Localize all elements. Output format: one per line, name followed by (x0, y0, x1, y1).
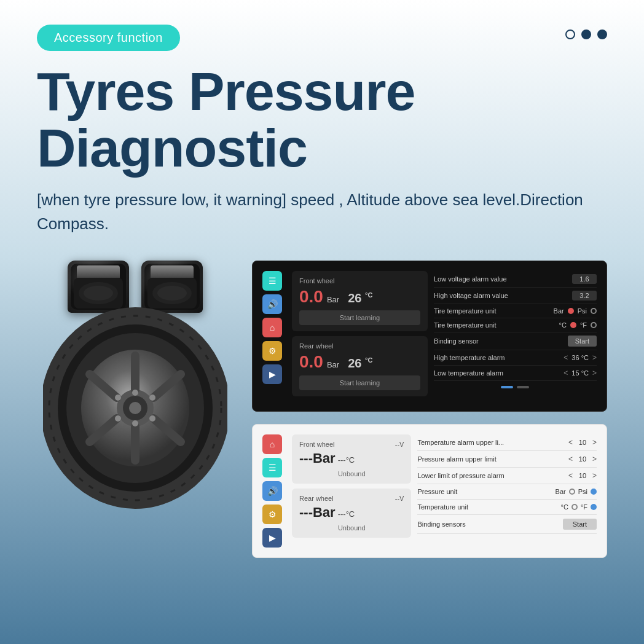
dark-rear-pressure: 0.0 (299, 352, 323, 372)
pagination-dot-1[interactable] (565, 29, 575, 39)
light-icon-gear[interactable]: ⚙ (262, 505, 282, 524)
screen-panels: ☰ 🔊 ⌂ ⚙ ▶ Front wheel 0.0 Bar (252, 261, 607, 558)
light-front-wheel: Front wheel --V ---Bar ---°C Unbound (292, 434, 411, 484)
dark-settings-panel: Low voltage alarm value 1.6 High voltage… (434, 271, 597, 401)
light-icon-volume[interactable]: 🔊 (262, 481, 282, 501)
light-temp-alarm-left[interactable]: < (568, 438, 573, 447)
light-pressure-alarm-left[interactable]: < (568, 455, 573, 463)
light-rear-label: Rear wheel --V (299, 495, 404, 502)
light-front-label: Front wheel --V (299, 441, 404, 448)
svg-rect-6 (152, 265, 192, 277)
dark-high-temp-nav: < 36 °C > (564, 353, 597, 362)
sensor-cap-2 (141, 261, 203, 313)
light-temp-alarm-nav: < 10 > (568, 438, 597, 447)
icon-menu[interactable]: ☰ (262, 271, 282, 291)
dark-bar-radio[interactable] (568, 308, 574, 314)
svg-point-17 (129, 402, 141, 414)
dark-low-temp-right-arrow[interactable]: > (592, 369, 597, 377)
dark-front-temp: 26 °C (348, 291, 372, 305)
dark-setting-row-2: Tire temperature unit Bar Psi (434, 304, 597, 318)
dark-celsius-radio[interactable] (570, 322, 576, 328)
icon-home[interactable]: ⌂ (262, 318, 282, 337)
light-rear-pressure: ---Bar (299, 505, 336, 520)
light-setting-row-4: Temperature unit °C °F (417, 500, 597, 515)
dark-rear-pressure-unit: Bar (327, 360, 339, 369)
dark-rear-wheel: Rear wheel 0.0 Bar 26 °C Start learning (292, 336, 428, 396)
sensor-caps (68, 261, 203, 313)
dark-front-temp-unit: °C (365, 291, 372, 299)
light-celsius-radio[interactable] (571, 504, 578, 510)
dark-high-temp-right-arrow[interactable]: > (592, 353, 597, 362)
dark-low-temp-left-arrow[interactable]: < (564, 369, 568, 377)
light-setting-row-1: Pressure alarm upper limit < 10 > (417, 451, 597, 468)
dark-setting-row-0: Low voltage alarm value 1.6 (434, 271, 597, 288)
light-pressure-alarm-right[interactable]: > (592, 455, 597, 463)
dark-rear-temp: 26 °C (348, 356, 372, 371)
light-wheel-panel: Front wheel --V ---Bar ---°C Unbound Rea… (292, 434, 411, 548)
dark-setting-row-3: Tire temperature unit °C °F (434, 318, 597, 332)
icon-volume[interactable]: 🔊 (262, 294, 282, 314)
dark-rear-start-btn[interactable]: Start learning (299, 375, 420, 390)
light-psi-radio[interactable] (591, 489, 597, 495)
dark-screen-pagination (434, 386, 597, 388)
pagination-dot-3[interactable] (597, 29, 607, 39)
dark-psi-radio[interactable] (591, 308, 597, 314)
dark-front-label: Front wheel (299, 277, 420, 285)
light-pressure-unit-radio: Bar Psi (556, 488, 597, 495)
dark-page-dot-1[interactable] (501, 386, 513, 388)
dark-front-pressure-unit: Bar (327, 295, 339, 304)
pagination (565, 29, 607, 39)
svg-rect-1 (79, 265, 118, 277)
light-rear-wheel: Rear wheel --V ---Bar ---°C Unbound (292, 489, 411, 538)
icon-camera[interactable]: ▶ (262, 364, 282, 384)
dark-low-temp-nav: < 15 °C > (564, 369, 597, 377)
light-settings-panel: Temperature alarm upper li... < 10 > Pre… (417, 434, 597, 548)
svg-point-4 (84, 286, 113, 300)
dark-tire-temp-radio: Bar Psi (554, 307, 597, 315)
light-setting-row-2: Lower limit of pressure alarm < 10 > (417, 468, 597, 484)
light-binding-btn[interactable]: Start (563, 519, 597, 530)
dark-setting-row-4: Binding sensor Start (434, 332, 597, 350)
light-temp-unit-radio: °C °F (561, 503, 597, 511)
dark-front-pressure: 0.0 (299, 287, 323, 307)
header: Accessory function (0, 0, 644, 51)
svg-point-29 (149, 415, 155, 422)
svg-point-24 (132, 390, 138, 396)
svg-point-9 (157, 286, 187, 300)
page-subtitle: [when tyre pressure low, it warning] spe… (0, 188, 644, 236)
dark-setting-row-6: Low temperature alarm < 15 °C > (434, 366, 597, 381)
light-front-temp: ---°C (338, 455, 355, 465)
svg-point-26 (115, 395, 121, 401)
light-icon-home[interactable]: ⌂ (262, 434, 282, 454)
dark-rear-temp-unit: °C (365, 356, 372, 364)
dark-front-start-btn[interactable]: Start learning (299, 310, 420, 325)
dark-screen: ☰ 🔊 ⌂ ⚙ ▶ Front wheel 0.0 Bar (252, 261, 607, 412)
dark-wheel-panel: Front wheel 0.0 Bar 26 °C Start learning (292, 271, 428, 401)
dark-fahrenheit-radio[interactable] (591, 322, 597, 328)
page-title: Tyres Pressure Diagnostic (0, 63, 644, 177)
light-sidebar-icons: ⌂ ☰ 🔊 ⚙ ▶ (262, 434, 286, 548)
light-lower-pressure-left[interactable]: < (568, 471, 573, 480)
pagination-dot-2[interactable] (581, 29, 591, 39)
dark-high-temp-left-arrow[interactable]: < (564, 353, 568, 362)
dark-binding-btn[interactable]: Start (568, 336, 597, 347)
light-fahrenheit-radio[interactable] (591, 504, 597, 510)
light-front-unbound: Unbound (299, 470, 404, 477)
dark-page-dot-2[interactable] (517, 386, 529, 388)
light-temp-alarm-right[interactable]: > (592, 438, 597, 447)
light-pressure-alarm-nav: < 10 > (568, 455, 597, 463)
product-images (37, 261, 234, 558)
light-front-reading: ---Bar ---°C (299, 450, 404, 466)
light-lower-pressure-right[interactable]: > (592, 471, 597, 480)
light-icon-menu[interactable]: ☰ (262, 458, 282, 477)
icon-gear[interactable]: ⚙ (262, 341, 282, 361)
tire-image (43, 307, 227, 503)
svg-point-25 (132, 420, 138, 426)
dark-setting-row-1: High voltage alarm value 3.2 (434, 288, 597, 304)
light-icon-camera[interactable]: ▶ (262, 528, 282, 548)
light-front-pressure: ---Bar (299, 450, 336, 466)
light-bar-radio[interactable] (569, 489, 575, 495)
light-rear-reading: ---Bar ---°C (299, 505, 404, 520)
dark-front-reading: 0.0 Bar 26 °C (299, 287, 420, 307)
light-setting-row-5: Binding sensors Start (417, 515, 597, 534)
